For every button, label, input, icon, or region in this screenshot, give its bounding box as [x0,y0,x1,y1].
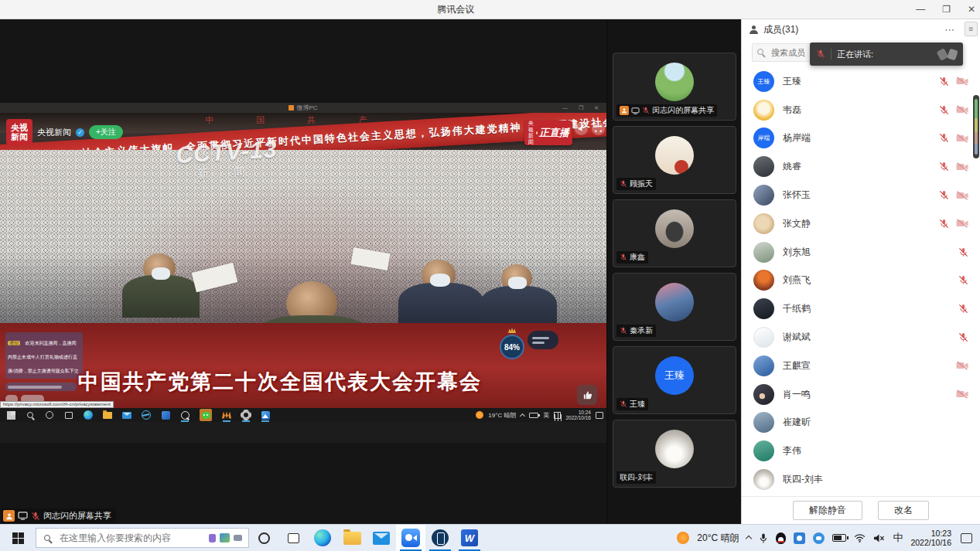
taskview-button[interactable] [278,525,308,551]
thumbnail-share[interactable]: 闵志闪的屏幕共享 [613,53,736,121]
inner-edge-icon[interactable] [84,410,93,420]
member-row[interactable]: 姚睿 [742,152,980,181]
member-row[interactable]: 张怀玉 [742,181,980,209]
inner-ime-grid-icon[interactable] [554,412,561,419]
member-row[interactable]: 联四-刘丰 [742,465,980,494]
mic-muted-icon[interactable] [939,133,949,143]
member-row[interactable]: 刘东旭 [742,238,980,267]
thumbnail[interactable]: 秦承新 [613,273,736,341]
thumbnail[interactable]: 顾振天 [613,126,736,194]
inner-quark-icon[interactable] [180,410,190,420]
inner-weiguang-icon[interactable] [222,410,231,420]
thumbnail[interactable]: 康鑫 [613,199,736,267]
mic-muted-icon[interactable] [939,77,949,87]
member-row[interactable]: 王臻 王臻 [742,67,980,96]
battery-icon[interactable] [832,534,846,542]
tray-expand-icon[interactable] [746,536,752,542]
inner-app-icon[interactable] [161,410,170,420]
tray-mic-icon[interactable] [759,532,768,544]
thumbnail[interactable]: 王臻 王臻 [613,346,736,414]
close-button[interactable]: ✕ [968,0,975,19]
unmute-button[interactable]: 解除静音 [793,501,862,520]
taskbar-search[interactable] [36,528,249,548]
file-explorer-icon[interactable] [337,525,367,551]
member-row[interactable]: 刘燕飞 [742,267,980,295]
member-row[interactable]: 张文静 [742,209,980,238]
mic-muted-icon[interactable] [939,162,949,172]
inner-start-button[interactable] [6,410,15,420]
follow-button[interactable]: +关注 [89,125,123,139]
inner-tray-expand-icon[interactable] [520,413,525,418]
inner-explorer-icon[interactable] [103,410,112,420]
mic-muted-icon[interactable] [958,247,968,257]
inner-photos-icon[interactable] [261,410,270,420]
member-row[interactable]: 李伟 [742,437,980,465]
weather-text[interactable]: 20°C 晴朗 [697,532,739,545]
wifi-icon[interactable] [854,533,866,542]
member-row[interactable]: 谢斌斌 [742,323,980,352]
camera-off-icon[interactable] [956,219,968,228]
members-scrollbar[interactable] [973,95,979,158]
inner-weather-icon[interactable] [476,411,483,419]
mic-muted-icon[interactable] [958,275,968,285]
taskbar-search-input[interactable] [60,532,191,543]
camera-off-icon[interactable] [956,134,968,143]
volume-icon[interactable] [575,122,588,135]
inner-weather-text[interactable]: 19°C 晴朗 [488,411,516,420]
inner-window-controls[interactable]: — ❐ ✕ [562,103,603,113]
inner-search-icon[interactable] [26,410,35,420]
inner-ie-icon[interactable] [142,410,151,420]
camera-off-icon[interactable] [956,191,968,200]
qq-icon[interactable] [776,532,786,544]
your-phone-icon[interactable] [425,525,455,551]
inner-mail-icon[interactable] [122,410,131,420]
member-row[interactable]: 崔建昕 [742,409,980,437]
camera-off-icon[interactable] [956,77,968,86]
mail-icon[interactable] [367,525,396,551]
inner-notification-icon[interactable] [596,412,603,419]
member-row[interactable]: 千纸鹤 [742,294,980,323]
camera-off-icon[interactable] [956,105,968,114]
mic-muted-icon[interactable] [958,332,968,342]
meeting-tray-icon[interactable] [813,532,825,544]
input-language[interactable]: 中 [893,531,903,545]
inner-cortana-icon[interactable] [45,410,54,420]
panel-layout-toggle[interactable]: ≡ [965,22,978,36]
cortana-button[interactable] [249,525,278,551]
tencent-meeting-icon[interactable] [396,525,425,551]
camera-off-icon[interactable] [956,389,968,399]
member-row[interactable]: 岸端 杨岸端 [742,124,980,153]
mic-muted-icon[interactable] [939,105,949,115]
minimize-button[interactable]: — [916,0,925,19]
word-icon[interactable]: W [455,525,484,551]
rename-button[interactable]: 改名 [878,501,929,520]
like-button[interactable] [577,385,597,405]
inner-taskview-icon[interactable] [64,410,73,420]
start-button[interactable] [0,525,36,551]
inner-wechat-icon[interactable] [200,409,212,421]
volume-muted-icon[interactable] [873,533,885,543]
screenshot-tool-icon[interactable] [794,532,805,544]
system-clock[interactable]: 10:23 2022/10/16 [910,529,951,547]
maximize-button[interactable]: ❐ [942,0,951,19]
member-row[interactable]: 王麒宣 [742,352,980,380]
fullscreen-icon[interactable] [592,122,605,135]
camera-off-icon[interactable] [956,162,968,172]
weather-icon[interactable] [677,532,689,544]
member-row[interactable]: 肖一鸣 [742,380,980,409]
live-video-player[interactable]: 中 国 共 产 社会主义伟大旗帜，全面贯彻习近平新时代中国特色社会主义思想，弘扬… [0,113,606,422]
camera-off-icon[interactable] [956,361,968,370]
action-center-icon[interactable] [961,533,972,543]
mic-muted-icon[interactable] [939,190,949,200]
member-row[interactable]: 韦磊 [742,96,980,124]
inner-input-lang[interactable]: 英 [543,411,549,420]
edge-icon[interactable] [308,525,337,551]
members-menu-button[interactable]: ⋯ [944,24,955,36]
inner-settings-icon[interactable] [241,410,251,420]
inner-clock[interactable]: 10:24 2022/10/16 [565,410,591,421]
mic-muted-icon[interactable] [939,219,949,229]
avatar [753,469,774,490]
mic-muted-icon[interactable] [958,304,968,314]
weibo-logo-icon [289,105,294,111]
thumbnail[interactable]: 联四-刘丰 [613,420,736,488]
